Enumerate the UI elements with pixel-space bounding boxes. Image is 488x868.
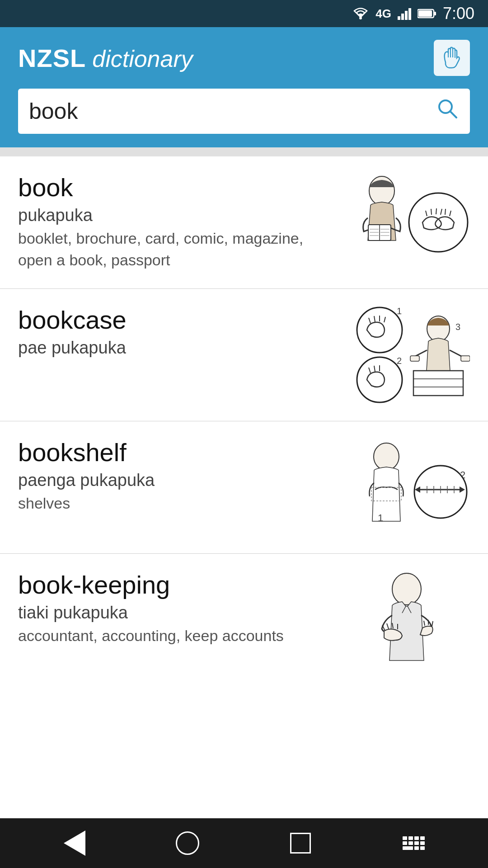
svg-text:3: 3 — [455, 322, 460, 332]
search-input[interactable] — [29, 98, 436, 124]
result-item-bookcase[interactable]: bookcase pae pukapuka 1 2 — [0, 289, 488, 421]
result-translation-bookcase: pae pukapuka — [18, 338, 334, 358]
svg-rect-1 — [398, 16, 400, 20]
svg-rect-3 — [405, 11, 408, 20]
svg-point-31 — [357, 307, 402, 353]
svg-point-0 — [359, 17, 362, 19]
result-word-book: book — [18, 173, 334, 202]
svg-rect-43 — [410, 356, 419, 361]
bookshelf-sign-illustration: 1 2 — [343, 438, 470, 537]
result-image-bookshelf: 1 2 — [343, 438, 470, 537]
svg-point-23 — [409, 193, 468, 252]
result-word-bookkeeping: book-keeping — [18, 570, 334, 599]
app-title: NZSL dictionary — [18, 43, 193, 73]
svg-rect-44 — [461, 356, 470, 361]
result-image-bookkeeping — [343, 570, 470, 670]
bottom-nav — [0, 818, 488, 868]
app-header: NZSL dictionary — [0, 27, 488, 89]
result-text-bookcase: bookcase pae pukapuka — [18, 305, 343, 360]
recent-button[interactable] — [285, 827, 316, 859]
svg-line-68 — [424, 621, 425, 626]
result-text-bookkeeping: book-keeping tiaki pukapuka accountant, … — [18, 570, 343, 647]
svg-rect-2 — [401, 14, 404, 20]
svg-line-13 — [450, 111, 456, 118]
svg-rect-4 — [408, 8, 411, 20]
svg-rect-6 — [434, 12, 436, 15]
svg-line-26 — [436, 208, 436, 214]
result-item-book[interactable]: book pukapuka booklet, brochure, card, c… — [0, 156, 488, 289]
result-text-book: book pukapuka booklet, brochure, card, c… — [18, 173, 343, 271]
results-list: book pukapuka booklet, brochure, card, c… — [0, 156, 488, 818]
home-icon — [176, 831, 199, 855]
4g-badge: 4G — [375, 7, 391, 21]
search-bar — [18, 89, 470, 134]
app-title-italic: dictionary — [92, 45, 193, 72]
svg-line-29 — [445, 209, 446, 215]
result-item-bookkeeping[interactable]: book-keeping tiaki pukapuka accountant, … — [0, 554, 488, 686]
result-word-bookshelf: bookshelf — [18, 438, 334, 467]
signal-icon — [398, 7, 411, 20]
result-synonyms-book: booklet, brochure, card, comic, magazine… — [18, 228, 334, 271]
battery-icon — [418, 8, 436, 19]
svg-line-25 — [431, 209, 432, 215]
result-translation-bookkeeping: tiaki pukapuka — [18, 603, 334, 623]
app-title-bold: NZSL — [18, 43, 86, 73]
result-synonyms-bookkeeping: accountant, accounting, keep accounts — [18, 625, 334, 647]
bookkeeping-sign-illustration — [343, 570, 470, 670]
svg-text:2: 2 — [397, 356, 402, 366]
status-bar: 4G 7:00 — [0, 0, 488, 27]
sign-language-icon — [440, 46, 464, 70]
back-icon — [64, 830, 85, 856]
section-divider — [0, 147, 488, 156]
svg-line-70 — [432, 621, 433, 626]
result-image-bookcase: 1 2 3 — [343, 305, 470, 405]
back-button[interactable] — [59, 827, 90, 859]
result-translation-bookshelf: paenga pukapuka — [18, 471, 334, 490]
status-time: 7:00 — [443, 4, 474, 23]
search-bar-container — [0, 89, 488, 147]
result-text-bookshelf: bookshelf paenga pukapuka shelves — [18, 438, 343, 514]
home-button[interactable] — [172, 827, 203, 859]
keyboard-button[interactable] — [398, 827, 429, 859]
keyboard-icon — [403, 836, 425, 850]
svg-point-48 — [374, 443, 399, 470]
result-translation-book: pukapuka — [18, 206, 334, 225]
svg-text:1: 1 — [397, 306, 402, 316]
svg-line-65 — [387, 623, 389, 629]
bookcase-sign-illustration: 1 2 3 — [343, 305, 470, 405]
result-synonyms-bookshelf: shelves — [18, 493, 334, 514]
result-item-bookshelf[interactable]: bookshelf paenga pukapuka shelves 1 2 — [0, 421, 488, 554]
result-image-book — [343, 173, 470, 272]
svg-rect-45 — [413, 371, 463, 396]
wifi-icon — [352, 7, 369, 20]
book-sign-illustration — [343, 173, 470, 272]
search-icon[interactable] — [436, 97, 459, 126]
status-icons: 4G 7:00 — [352, 4, 474, 23]
result-word-bookcase: bookcase — [18, 305, 334, 335]
sign-language-button[interactable] — [434, 40, 470, 76]
svg-text:1: 1 — [378, 512, 383, 524]
recent-icon — [290, 833, 311, 854]
svg-rect-7 — [418, 10, 432, 17]
svg-point-61 — [392, 573, 421, 605]
svg-point-37 — [357, 357, 402, 402]
